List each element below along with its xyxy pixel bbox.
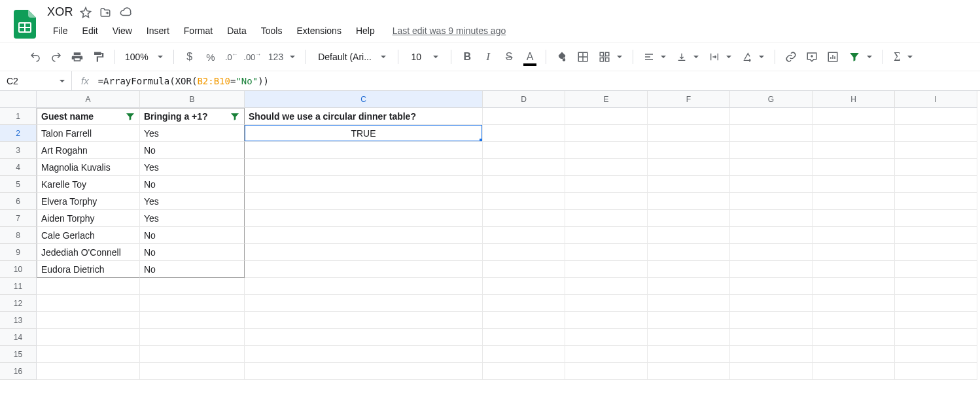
text-wrap-button[interactable] bbox=[705, 48, 735, 66]
row-header-8[interactable]: 8 bbox=[0, 227, 37, 244]
cell-E6[interactable] bbox=[565, 193, 648, 210]
menu-help[interactable]: Help bbox=[350, 23, 381, 39]
cell-C10[interactable] bbox=[245, 261, 483, 278]
redo-button[interactable] bbox=[47, 48, 65, 66]
cell-E11[interactable] bbox=[565, 278, 648, 295]
row-header-16[interactable]: 16 bbox=[0, 363, 37, 380]
cell-H2[interactable] bbox=[813, 125, 895, 142]
cell-A15[interactable] bbox=[37, 346, 140, 363]
name-box[interactable]: C2 bbox=[0, 71, 72, 90]
cell-I10[interactable] bbox=[895, 261, 977, 278]
cell-C8[interactable] bbox=[245, 227, 483, 244]
cell-I3[interactable] bbox=[895, 142, 977, 159]
cell-B7[interactable]: Yes bbox=[140, 210, 245, 227]
cell-I6[interactable] bbox=[895, 193, 977, 210]
cell-D3[interactable] bbox=[483, 142, 565, 159]
row-header-1[interactable]: 1 bbox=[0, 108, 37, 125]
cell-B12[interactable] bbox=[140, 295, 245, 312]
row-header-4[interactable]: 4 bbox=[0, 159, 37, 176]
cell-G5[interactable] bbox=[730, 176, 813, 193]
last-edit-link[interactable]: Last edit was 9 minutes ago bbox=[393, 26, 506, 36]
sheets-logo[interactable] bbox=[12, 7, 38, 41]
cell-A4[interactable]: Magnolia Kuvalis bbox=[37, 159, 140, 176]
column-header-G[interactable]: G bbox=[730, 91, 813, 108]
cell-F7[interactable] bbox=[648, 210, 730, 227]
print-button[interactable] bbox=[68, 48, 86, 66]
cell-F14[interactable] bbox=[648, 329, 730, 346]
decrease-decimal-button[interactable]: .0← bbox=[222, 48, 241, 66]
cell-G16[interactable] bbox=[730, 363, 813, 380]
format-currency-button[interactable]: $ bbox=[181, 48, 199, 66]
insert-link-button[interactable] bbox=[782, 48, 800, 66]
font-select[interactable]: Default (Ari... bbox=[313, 52, 391, 62]
cell-C6[interactable] bbox=[245, 193, 483, 210]
cell-I11[interactable] bbox=[895, 278, 977, 295]
cell-E7[interactable] bbox=[565, 210, 648, 227]
cell-A6[interactable]: Elvera Torphy bbox=[37, 193, 140, 210]
cell-D1[interactable] bbox=[483, 108, 565, 125]
cell-I9[interactable] bbox=[895, 244, 977, 261]
cell-H16[interactable] bbox=[813, 363, 895, 380]
cell-F11[interactable] bbox=[648, 278, 730, 295]
cell-A14[interactable] bbox=[37, 329, 140, 346]
cell-H8[interactable] bbox=[813, 227, 895, 244]
cell-D13[interactable] bbox=[483, 312, 565, 329]
cell-F8[interactable] bbox=[648, 227, 730, 244]
format-percent-button[interactable]: % bbox=[201, 48, 220, 66]
cell-E16[interactable] bbox=[565, 363, 648, 380]
cell-G12[interactable] bbox=[730, 295, 813, 312]
column-header-I[interactable]: I bbox=[895, 91, 977, 108]
menu-edit[interactable]: Edit bbox=[77, 23, 104, 39]
column-header-D[interactable]: D bbox=[483, 91, 565, 108]
cell-E9[interactable] bbox=[565, 244, 648, 261]
more-formats-button[interactable]: 123 bbox=[264, 48, 299, 66]
cell-H10[interactable] bbox=[813, 261, 895, 278]
cloud-status-icon[interactable] bbox=[119, 7, 132, 18]
cell-I15[interactable] bbox=[895, 346, 977, 363]
row-header-9[interactable]: 9 bbox=[0, 244, 37, 261]
row-header-11[interactable]: 11 bbox=[0, 278, 37, 295]
cell-D2[interactable] bbox=[483, 125, 565, 142]
row-header-5[interactable]: 5 bbox=[0, 176, 37, 193]
menu-data[interactable]: Data bbox=[221, 23, 253, 39]
cell-G2[interactable] bbox=[730, 125, 813, 142]
cell-I5[interactable] bbox=[895, 176, 977, 193]
cell-D15[interactable] bbox=[483, 346, 565, 363]
filter-icon[interactable] bbox=[125, 111, 135, 122]
cell-A7[interactable]: Aiden Torphy bbox=[37, 210, 140, 227]
menu-format[interactable]: Format bbox=[178, 23, 219, 39]
cell-G6[interactable] bbox=[730, 193, 813, 210]
cell-D11[interactable] bbox=[483, 278, 565, 295]
cell-A3[interactable]: Art Rogahn bbox=[37, 142, 140, 159]
cell-D9[interactable] bbox=[483, 244, 565, 261]
cell-A16[interactable] bbox=[37, 363, 140, 380]
row-header-12[interactable]: 12 bbox=[0, 295, 37, 312]
cell-E2[interactable] bbox=[565, 125, 648, 142]
cell-E3[interactable] bbox=[565, 142, 648, 159]
cell-B9[interactable]: No bbox=[140, 244, 245, 261]
cell-B15[interactable] bbox=[140, 346, 245, 363]
cell-H11[interactable] bbox=[813, 278, 895, 295]
cell-H4[interactable] bbox=[813, 159, 895, 176]
cell-D10[interactable] bbox=[483, 261, 565, 278]
cell-C1[interactable]: Should we use a circular dinner table? bbox=[245, 108, 483, 125]
cell-D6[interactable] bbox=[483, 193, 565, 210]
cell-E8[interactable] bbox=[565, 227, 648, 244]
cell-F16[interactable] bbox=[648, 363, 730, 380]
cell-C16[interactable] bbox=[245, 363, 483, 380]
cell-B4[interactable]: Yes bbox=[140, 159, 245, 176]
cell-H3[interactable] bbox=[813, 142, 895, 159]
column-header-F[interactable]: F bbox=[648, 91, 730, 108]
cell-G1[interactable] bbox=[730, 108, 813, 125]
cell-C7[interactable] bbox=[245, 210, 483, 227]
cell-B5[interactable]: No bbox=[140, 176, 245, 193]
cell-I1[interactable] bbox=[895, 108, 977, 125]
cell-I13[interactable] bbox=[895, 312, 977, 329]
cell-E10[interactable] bbox=[565, 261, 648, 278]
cell-E5[interactable] bbox=[565, 176, 648, 193]
cell-B10[interactable]: No bbox=[140, 261, 245, 278]
row-header-14[interactable]: 14 bbox=[0, 329, 37, 346]
merge-cells-button[interactable] bbox=[595, 48, 626, 66]
cell-A5[interactable]: Karelle Toy bbox=[37, 176, 140, 193]
cell-E14[interactable] bbox=[565, 329, 648, 346]
